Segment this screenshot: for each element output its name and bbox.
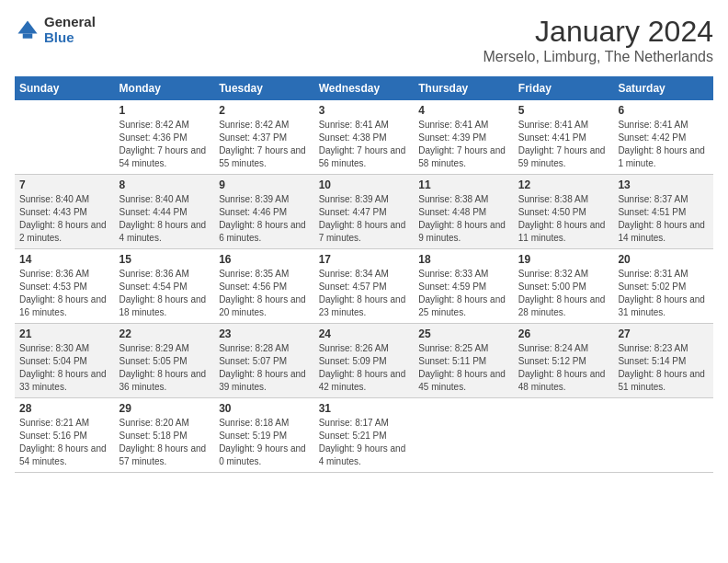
calendar-week-row: 1Sunrise: 8:42 AMSunset: 4:36 PMDaylight… [15, 100, 713, 175]
day-number: 19 [518, 253, 609, 266]
logo-general: General [44, 15, 96, 30]
svg-rect-1 [23, 33, 33, 38]
month-title: January 2024 [483, 15, 714, 49]
weekday-header-sunday: Sunday [15, 76, 115, 100]
calendar-cell: 23Sunrise: 8:28 AMSunset: 5:07 PMDayligh… [214, 324, 314, 398]
calendar-cell: 31Sunrise: 8:17 AMSunset: 5:21 PMDayligh… [314, 398, 415, 473]
day-detail: Sunrise: 8:38 AMSunset: 4:48 PMDaylight:… [418, 193, 509, 245]
calendar-cell: 15Sunrise: 8:36 AMSunset: 4:54 PMDayligh… [115, 249, 215, 324]
calendar-cell: 13Sunrise: 8:37 AMSunset: 4:51 PMDayligh… [613, 175, 713, 249]
calendar-cell [414, 398, 514, 473]
weekday-header-monday: Monday [115, 76, 215, 100]
page-header: General Blue January 2024 Merselo, Limbu… [15, 15, 713, 65]
day-number: 26 [518, 327, 609, 340]
day-detail: Sunrise: 8:39 AMSunset: 4:47 PMDaylight:… [319, 193, 410, 245]
day-detail: Sunrise: 8:40 AMSunset: 4:44 PMDaylight:… [119, 193, 210, 245]
svg-marker-0 [18, 20, 38, 33]
day-detail: Sunrise: 8:34 AMSunset: 4:57 PMDaylight:… [319, 268, 410, 319]
day-number: 5 [518, 104, 609, 117]
day-detail: Sunrise: 8:37 AMSunset: 4:51 PMDaylight:… [618, 193, 709, 245]
day-number: 13 [618, 178, 709, 191]
day-number: 11 [418, 178, 509, 191]
calendar-week-row: 14Sunrise: 8:36 AMSunset: 4:53 PMDayligh… [15, 249, 713, 324]
day-number: 12 [518, 178, 609, 191]
day-number: 15 [119, 253, 210, 266]
day-detail: Sunrise: 8:41 AMSunset: 4:38 PMDaylight:… [319, 119, 410, 170]
location-title: Merselo, Limburg, The Netherlands [483, 49, 714, 65]
calendar-cell: 12Sunrise: 8:38 AMSunset: 4:50 PMDayligh… [514, 175, 614, 249]
day-detail: Sunrise: 8:32 AMSunset: 5:00 PMDaylight:… [518, 268, 609, 319]
day-detail: Sunrise: 8:41 AMSunset: 4:39 PMDaylight:… [418, 119, 509, 170]
day-number: 14 [19, 253, 110, 266]
calendar-cell: 27Sunrise: 8:23 AMSunset: 5:14 PMDayligh… [613, 324, 713, 398]
day-detail: Sunrise: 8:20 AMSunset: 5:18 PMDaylight:… [119, 417, 210, 468]
calendar-cell: 17Sunrise: 8:34 AMSunset: 4:57 PMDayligh… [314, 249, 415, 324]
day-number: 22 [119, 327, 210, 340]
weekday-header-saturday: Saturday [613, 76, 713, 100]
calendar-cell: 9Sunrise: 8:39 AMSunset: 4:46 PMDaylight… [214, 175, 314, 249]
day-number: 8 [119, 178, 210, 191]
day-detail: Sunrise: 8:33 AMSunset: 4:59 PMDaylight:… [418, 268, 509, 319]
calendar-cell: 16Sunrise: 8:35 AMSunset: 4:56 PMDayligh… [214, 249, 314, 324]
calendar-cell: 8Sunrise: 8:40 AMSunset: 4:44 PMDaylight… [115, 175, 215, 249]
weekday-header-friday: Friday [514, 76, 614, 100]
calendar-week-row: 7Sunrise: 8:40 AMSunset: 4:43 PMDaylight… [15, 175, 713, 249]
day-detail: Sunrise: 8:21 AMSunset: 5:16 PMDaylight:… [19, 417, 110, 468]
day-number: 21 [19, 327, 110, 340]
day-number: 2 [219, 104, 310, 117]
day-number: 20 [618, 253, 709, 266]
calendar-cell [15, 100, 115, 175]
day-number: 9 [219, 178, 310, 191]
calendar-cell: 20Sunrise: 8:31 AMSunset: 5:02 PMDayligh… [613, 249, 713, 324]
day-number: 16 [219, 253, 310, 266]
day-detail: Sunrise: 8:28 AMSunset: 5:07 PMDaylight:… [219, 342, 310, 394]
day-detail: Sunrise: 8:17 AMSunset: 5:21 PMDaylight:… [319, 417, 410, 468]
day-detail: Sunrise: 8:18 AMSunset: 5:19 PMDaylight:… [219, 417, 310, 468]
calendar-cell: 24Sunrise: 8:26 AMSunset: 5:09 PMDayligh… [314, 324, 415, 398]
day-number: 30 [219, 402, 310, 415]
calendar-cell: 2Sunrise: 8:42 AMSunset: 4:37 PMDaylight… [214, 100, 314, 175]
day-detail: Sunrise: 8:36 AMSunset: 4:53 PMDaylight:… [19, 268, 110, 319]
day-detail: Sunrise: 8:42 AMSunset: 4:36 PMDaylight:… [119, 119, 210, 170]
calendar-cell: 28Sunrise: 8:21 AMSunset: 5:16 PMDayligh… [15, 398, 115, 473]
calendar-cell: 6Sunrise: 8:41 AMSunset: 4:42 PMDaylight… [613, 100, 713, 175]
day-detail: Sunrise: 8:41 AMSunset: 4:41 PMDaylight:… [518, 119, 609, 170]
day-number: 24 [319, 327, 410, 340]
day-number: 10 [319, 178, 410, 191]
day-detail: Sunrise: 8:40 AMSunset: 4:43 PMDaylight:… [19, 193, 110, 245]
day-number: 18 [418, 253, 509, 266]
day-number: 23 [219, 327, 310, 340]
logo-blue: Blue [44, 30, 96, 46]
weekday-header-wednesday: Wednesday [314, 76, 415, 100]
day-detail: Sunrise: 8:24 AMSunset: 5:12 PMDaylight:… [518, 342, 609, 394]
day-detail: Sunrise: 8:25 AMSunset: 5:11 PMDaylight:… [418, 342, 509, 394]
calendar-cell: 4Sunrise: 8:41 AMSunset: 4:39 PMDaylight… [414, 100, 514, 175]
calendar-cell [613, 398, 713, 473]
day-number: 17 [319, 253, 410, 266]
calendar-cell: 3Sunrise: 8:41 AMSunset: 4:38 PMDaylight… [314, 100, 415, 175]
day-number: 6 [618, 104, 709, 117]
day-detail: Sunrise: 8:39 AMSunset: 4:46 PMDaylight:… [219, 193, 310, 245]
day-number: 28 [19, 402, 110, 415]
day-number: 27 [618, 327, 709, 340]
day-number: 29 [119, 402, 210, 415]
day-detail: Sunrise: 8:26 AMSunset: 5:09 PMDaylight:… [319, 342, 410, 394]
calendar-cell [514, 398, 614, 473]
weekday-header-tuesday: Tuesday [214, 76, 314, 100]
day-number: 25 [418, 327, 509, 340]
calendar-cell: 30Sunrise: 8:18 AMSunset: 5:19 PMDayligh… [214, 398, 314, 473]
calendar-cell: 11Sunrise: 8:38 AMSunset: 4:48 PMDayligh… [414, 175, 514, 249]
logo-icon [15, 17, 40, 43]
calendar-cell: 1Sunrise: 8:42 AMSunset: 4:36 PMDaylight… [115, 100, 215, 175]
calendar-cell: 10Sunrise: 8:39 AMSunset: 4:47 PMDayligh… [314, 175, 415, 249]
calendar-cell: 29Sunrise: 8:20 AMSunset: 5:18 PMDayligh… [115, 398, 215, 473]
day-number: 4 [418, 104, 509, 117]
day-detail: Sunrise: 8:30 AMSunset: 5:04 PMDaylight:… [19, 342, 110, 394]
calendar-cell: 21Sunrise: 8:30 AMSunset: 5:04 PMDayligh… [15, 324, 115, 398]
day-detail: Sunrise: 8:31 AMSunset: 5:02 PMDaylight:… [618, 268, 709, 319]
logo-text: General Blue [44, 15, 96, 45]
weekday-header-row: SundayMondayTuesdayWednesdayThursdayFrid… [15, 76, 713, 100]
day-number: 31 [319, 402, 410, 415]
day-detail: Sunrise: 8:35 AMSunset: 4:56 PMDaylight:… [219, 268, 310, 319]
logo: General Blue [15, 15, 96, 45]
